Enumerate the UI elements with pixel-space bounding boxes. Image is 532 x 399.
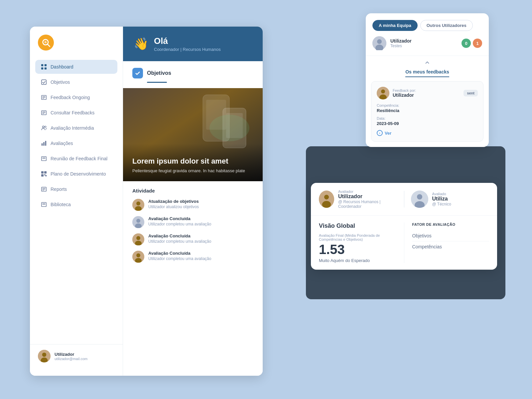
- check-icon: [41, 79, 47, 85]
- my-feedbacks-tab[interactable]: Os meus feedbacks: [405, 69, 449, 77]
- biblioteca-icon: [41, 201, 47, 208]
- chevron-up-icon[interactable]: [366, 56, 489, 69]
- svg-point-2: [44, 41, 47, 43]
- eval-score-label: Avaliação Final (Média Ponderada de Comp…: [319, 233, 396, 241]
- svg-point-53: [136, 236, 140, 240]
- activity-item: Avaliação Concluída Utilizador completou…: [132, 251, 253, 263]
- feedback-header: Feedback por: Utilizador sent: [377, 87, 478, 99]
- eval-factors-title: FATOR DE AVALIAÇÃO: [412, 222, 489, 226]
- eval-global: Visão Global Avaliação Final (Média Pond…: [319, 222, 396, 263]
- activity-title: Atividade: [132, 188, 253, 194]
- feedback-user-name: Utilizador: [393, 92, 416, 98]
- sidebar-item-avaliacoes[interactable]: Avaliações: [35, 136, 117, 150]
- sidebar-item-label: Plano de Desenvolvimento: [51, 171, 106, 177]
- sidebar: Dashboard Objetivos Feedback Ongoing: [30, 27, 123, 376]
- sidebar-item-consultar-feedbacks[interactable]: Consultar Feedbacks: [35, 106, 117, 120]
- sidebar-user[interactable]: Utilizador utilizador@mail.com: [30, 344, 123, 368]
- activity-avatar: [132, 199, 144, 211]
- hero-subtitle: Pellentesque feugiat gravida ornare. In …: [132, 168, 253, 173]
- svg-point-66: [322, 201, 331, 208]
- chart-icon: [41, 140, 47, 147]
- main-content: 👋 Olá Coordenador | Recursos Humanos Obj…: [123, 27, 263, 376]
- eval-role-label: Avaliador: [338, 190, 397, 194]
- plano-icon: [41, 171, 47, 177]
- factor-competencias: Competências: [412, 241, 489, 252]
- activity-avatar: [132, 251, 144, 263]
- sidebar-item-plano[interactable]: Plano de Desenvolvimento: [35, 167, 117, 181]
- welcome-banner: 👋 Olá Coordenador | Recursos Humanos: [123, 27, 263, 61]
- competencia-label: Competência:: [377, 103, 478, 107]
- activity-item: Avaliação Concluída Utilizador completou…: [132, 233, 253, 245]
- activity-action: Avaliação Concluída: [148, 216, 211, 221]
- tab-other-users[interactable]: Outros Utilizadores: [420, 20, 473, 31]
- logo-icon: [38, 35, 54, 51]
- badge-green: 0: [462, 39, 471, 48]
- panel-user-avatar: [372, 36, 386, 50]
- user-email: utilizador@mail.com: [55, 357, 87, 361]
- activity-desc: Utilizador completou uma avaliação: [148, 239, 211, 244]
- feedback-tabs: Os meus feedbacks: [366, 69, 489, 81]
- activity-action: Avaliação Concluída: [148, 251, 211, 256]
- badge-orange: 1: [473, 39, 482, 48]
- ver-circle-icon: ›: [377, 130, 383, 136]
- tab-my-team[interactable]: A minha Equipa: [372, 20, 418, 31]
- svg-point-47: [136, 201, 140, 205]
- feedback-user-row: Feedback por: Utilizador: [377, 87, 416, 99]
- svg-rect-20: [45, 141, 47, 146]
- activity-action: Avaliação Concluída: [148, 233, 211, 238]
- sidebar-nav: Dashboard Objetivos Feedback Ongoing: [30, 60, 123, 344]
- feedback-card: Feedback por: Utilizador sent Competênci…: [371, 81, 483, 142]
- sidebar-item-label: Avaliações: [51, 141, 73, 146]
- eval-body: Visão Global Avaliação Final (Média Pond…: [311, 216, 497, 270]
- eval-evaluated-avatar: [411, 191, 428, 208]
- svg-point-38: [42, 352, 47, 357]
- panel-user-row: Utilizador Testes 0 1: [366, 31, 489, 56]
- sidebar-item-reuniao[interactable]: Reunião de Feedback Final: [35, 152, 117, 166]
- svg-rect-18: [42, 143, 43, 146]
- svg-rect-7: [42, 80, 46, 84]
- user-avatar: [38, 350, 51, 362]
- eval-factors: FATOR DE AVALIAÇÃO Objetivos Competência…: [404, 222, 489, 263]
- svg-rect-25: [44, 171, 47, 174]
- activity-desc: Utilizador completou uma avaliação: [148, 222, 211, 226]
- svg-rect-19: [43, 142, 45, 146]
- feedback-by-label: Feedback por:: [393, 88, 416, 92]
- eval-evaluator-dept: @ Recursos Humanos | Coordenador: [338, 200, 397, 209]
- reuniao-icon: [41, 155, 47, 162]
- svg-rect-26: [41, 174, 44, 177]
- card-underline: [147, 82, 167, 83]
- svg-point-65: [324, 195, 329, 200]
- sidebar-item-label: Biblioteca: [51, 202, 71, 207]
- reports-icon: [41, 186, 47, 193]
- activity-desc: Utilizador atualizou objetivos: [148, 204, 199, 209]
- sidebar-item-objetivos[interactable]: Objetivos: [35, 75, 117, 89]
- svg-point-62: [381, 89, 385, 93]
- sidebar-item-dashboard[interactable]: Dashboard: [35, 60, 117, 74]
- feedback-sender-avatar: [377, 87, 389, 99]
- svg-rect-24: [41, 171, 44, 174]
- activity-action: Atualização de objetivos: [148, 199, 199, 204]
- ver-link[interactable]: › Ver: [377, 130, 478, 136]
- sidebar-item-feedback-ongoing[interactable]: Feedback Ongoing: [35, 90, 117, 104]
- panel-user-role: Testes: [390, 44, 412, 48]
- activity-section: Atividade Atualização de objetivos Utili…: [123, 181, 263, 376]
- svg-point-56: [136, 253, 140, 257]
- objectives-title: Objetivos: [147, 70, 171, 76]
- welcome-role: Coordenador | Recursos Humanos: [154, 47, 221, 52]
- eval-user-block-evaluated: Avaliado Utiliza @ Técnico: [411, 191, 489, 208]
- svg-line-1: [48, 44, 50, 46]
- feedback-panel: A minha Equipa Outros Utilizadores Utili…: [366, 13, 489, 147]
- sidebar-item-avaliacao-intermedia[interactable]: Avaliação Intermédia: [35, 121, 117, 135]
- svg-point-50: [136, 219, 140, 223]
- eval-score: 1.53: [319, 243, 396, 256]
- activity-text: Avaliação Concluída Utilizador completou…: [148, 233, 211, 244]
- welcome-greeting: Olá: [154, 36, 221, 46]
- svg-point-16: [43, 126, 44, 128]
- svg-point-17: [45, 126, 46, 128]
- sidebar-item-reports[interactable]: Reports: [35, 182, 117, 196]
- activity-desc: Utilizador completou uma avaliação: [148, 256, 211, 261]
- dashboard-icon: [41, 64, 47, 70]
- sidebar-item-biblioteca[interactable]: Biblioteca: [35, 198, 117, 211]
- svg-point-45: [209, 115, 249, 141]
- panel-tabs: A minha Equipa Outros Utilizadores: [366, 13, 489, 31]
